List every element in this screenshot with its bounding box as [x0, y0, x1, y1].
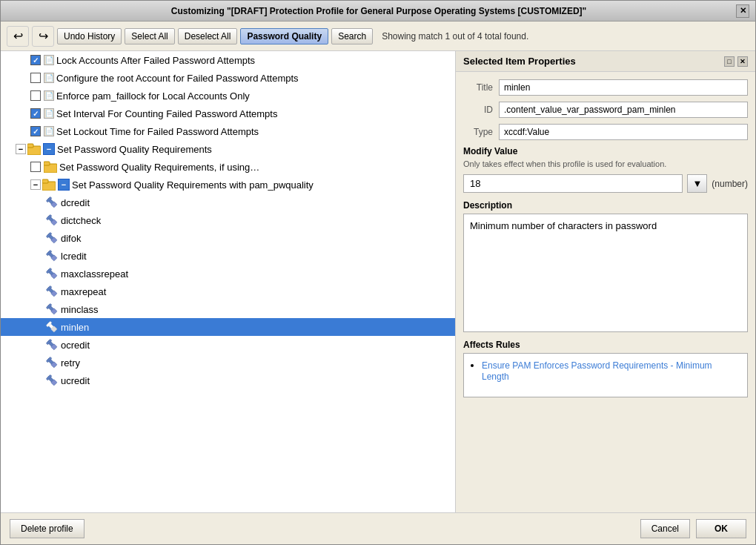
search-button[interactable]: Search	[331, 28, 373, 44]
tree-item-lcredit[interactable]: lcredit	[1, 247, 455, 265]
label-set-password-quality-pam: Set Password Quality Requirements with p…	[72, 179, 314, 191]
label-minlen: minlen	[61, 322, 89, 333]
title-field-input[interactable]	[499, 79, 748, 96]
doc-icon-set-lockout: 📄	[44, 126, 54, 136]
description-text: Minimum number of characters in password	[470, 220, 657, 231]
close-button[interactable]: ✕	[736, 4, 749, 18]
svg-rect-5	[42, 179, 48, 183]
collapse-set-password-quality-pam[interactable]: −	[30, 179, 41, 190]
label-maxrepeat: maxrepeat	[61, 286, 106, 297]
tree-item-set-interval[interactable]: 📄 Set Interval For Counting Failed Passw…	[1, 105, 455, 122]
window-title: Customizing "[DRAFT] Protection Profile …	[21, 6, 736, 16]
label-retry: retry	[61, 357, 80, 369]
wrench-icon-retry	[45, 356, 59, 369]
minimize-properties-button[interactable]: □	[724, 56, 735, 67]
wrench-icon-minclass	[45, 303, 59, 316]
label-set-lockout: Set Lockout Time for Failed Password Att…	[56, 126, 259, 137]
cancel-button[interactable]: Cancel	[640, 519, 690, 538]
modify-value-row: ▼ (number)	[463, 174, 748, 193]
tree-item-difok[interactable]: difok	[1, 229, 455, 247]
tree-scroll-area	[1, 392, 455, 398]
tree-item-set-password-quality-pam[interactable]: − − Set Password Quality Requirements wi…	[1, 176, 455, 194]
doc-icon-configure-root: 📄	[44, 73, 54, 83]
value-input[interactable]	[463, 174, 683, 193]
id-field-label: ID	[463, 105, 493, 115]
bottom-bar: Delete profile Cancel OK	[1, 512, 755, 544]
id-field-row: ID	[463, 102, 748, 118]
tree-item-set-lockout[interactable]: 📄 Set Lockout Time for Failed Password A…	[1, 122, 455, 140]
undo-button[interactable]: ↩	[7, 26, 29, 47]
tree-item-set-password-quality[interactable]: − − Set Password Quality Requirements	[1, 140, 455, 158]
affects-rule-link[interactable]: Ensure PAM Enforces Password Requirement…	[482, 360, 712, 382]
tree-item-dcredit[interactable]: dcredit	[1, 194, 455, 211]
wrench-icon-ocredit	[45, 338, 59, 351]
properties-title-icons: □ ✕	[724, 56, 748, 67]
type-field-input[interactable]	[499, 124, 748, 140]
modify-value-title: Modify Value	[463, 146, 748, 156]
checkbox-set-password-quality-if[interactable]	[30, 162, 41, 172]
type-field-row: Type	[463, 124, 748, 140]
label-dcredit: dcredit	[61, 197, 90, 208]
label-set-password-quality-if: Set Password Quality Requirements, if us…	[59, 162, 259, 173]
type-field-label: Type	[463, 127, 493, 137]
doc-icon-enforce-pam: 📄	[44, 90, 54, 101]
minus-badge-pam: −	[58, 179, 70, 191]
modify-value-section: Modify Value Only takes effect when this…	[463, 146, 748, 193]
tree-panel: 📄 Lock Accounts After Failed Password At…	[1, 51, 456, 512]
tree-item-configure-root[interactable]: 📄 Configure the root Account for Failed …	[1, 69, 455, 87]
tree-item-minlen[interactable]: minlen	[1, 318, 455, 336]
folder-icon-set-password-quality	[27, 143, 41, 155]
wrench-icon-difok	[45, 231, 59, 245]
deselect-all-button[interactable]: Deselect All	[178, 28, 238, 44]
affects-rules-box: Ensure PAM Enforces Password Requirement…	[463, 353, 748, 397]
tree-item-maxclassrepeat[interactable]: maxclassrepeat	[1, 265, 455, 283]
close-properties-button[interactable]: ✕	[737, 56, 748, 67]
id-field-input[interactable]	[499, 102, 748, 118]
properties-body: Title ID Type Modify Value Only takes ef…	[456, 72, 755, 512]
search-status: Showing match 1 out of 4 total found.	[382, 31, 528, 42]
checkbox-configure-root[interactable]	[30, 73, 41, 83]
checkbox-lock-accounts[interactable]	[30, 55, 41, 65]
svg-rect-3	[44, 162, 50, 165]
tree-item-retry[interactable]: retry	[1, 354, 455, 371]
folder-icon-set-password-quality-if	[44, 161, 57, 173]
value-unit: (number)	[712, 179, 748, 189]
select-all-button[interactable]: Select All	[125, 28, 174, 44]
label-set-password-quality: Set Password Quality Requirements	[57, 144, 212, 155]
undo-history-button[interactable]: Undo History	[57, 28, 122, 44]
label-difok: difok	[61, 233, 81, 244]
label-enforce-pam: Enforce pam_faillock for Local Accounts …	[56, 90, 250, 102]
tree-item-ucredit[interactable]: ucredit	[1, 371, 455, 389]
tree-item-set-password-quality-if[interactable]: Set Password Quality Requirements, if us…	[1, 158, 455, 176]
wrench-icon-maxrepeat	[45, 285, 59, 298]
main-window: Customizing "[DRAFT] Protection Profile …	[0, 0, 756, 545]
affects-rules-section: Affects Rules Ensure PAM Enforces Passwo…	[463, 340, 748, 397]
doc-icon-set-interval: 📄	[44, 108, 54, 119]
checkbox-set-lockout[interactable]	[30, 126, 41, 136]
tree-item-maxrepeat[interactable]: maxrepeat	[1, 283, 455, 300]
tree-item-enforce-pam[interactable]: 📄 Enforce pam_faillock for Local Account…	[1, 87, 455, 105]
checkbox-enforce-pam[interactable]	[30, 90, 41, 101]
title-field-label: Title	[463, 82, 493, 93]
redo-button[interactable]: ↪	[32, 26, 54, 47]
value-dropdown-button[interactable]: ▼	[687, 174, 707, 193]
delete-profile-button[interactable]: Delete profile	[10, 519, 84, 538]
wrench-icon-minlen	[45, 320, 59, 334]
main-content: 📄 Lock Accounts After Failed Password At…	[1, 51, 755, 512]
label-lock-accounts: Lock Accounts After Failed Password Atte…	[56, 55, 255, 66]
password-quality-button[interactable]: Password Quality	[240, 28, 328, 44]
tree-item-minclass[interactable]: minclass	[1, 300, 455, 318]
tree-item-lock-accounts[interactable]: 📄 Lock Accounts After Failed Password At…	[1, 51, 455, 69]
toolbar: ↩ ↪ Undo History Select All Deselect All…	[1, 22, 755, 51]
checkbox-set-interval[interactable]	[30, 108, 41, 119]
modify-value-note: Only takes effect when this profile is u…	[463, 159, 748, 168]
doc-icon-lock-accounts: 📄	[44, 55, 54, 65]
description-box: Minimum number of characters in password	[463, 214, 748, 332]
tree-item-ocredit[interactable]: ocredit	[1, 336, 455, 354]
label-set-interval: Set Interval For Counting Failed Passwor…	[56, 108, 277, 119]
folder-icon-set-password-quality-pam	[42, 179, 56, 191]
collapse-set-password-quality[interactable]: −	[16, 144, 26, 154]
ok-button[interactable]: OK	[696, 519, 746, 538]
tree-item-dictcheck[interactable]: dictcheck	[1, 211, 455, 229]
title-field-row: Title	[463, 79, 748, 96]
